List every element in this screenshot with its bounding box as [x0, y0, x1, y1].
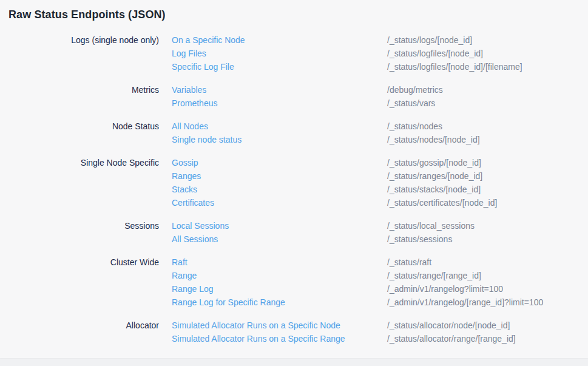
endpoint-link[interactable]: Single node status — [172, 133, 374, 146]
endpoint-link[interactable]: All Sessions — [172, 232, 374, 246]
group-category-label: Sessions — [8, 219, 159, 246]
endpoint-link[interactable]: Simulated Allocator Runs on a Specific R… — [172, 332, 374, 345]
endpoint-links-column: VariablesPrometheus — [159, 83, 374, 110]
endpoint-link[interactable]: Range Log — [172, 282, 374, 296]
endpoint-path: /_status/gossip/[node_id] — [387, 156, 588, 169]
debug-page: Raw Status Endpoints (JSON) Logs (single… — [0, 0, 588, 366]
endpoint-link[interactable]: Raft — [172, 256, 374, 269]
endpoint-links-column: All NodesSingle node status — [159, 120, 374, 146]
endpoint-link[interactable]: Log Files — [172, 47, 374, 60]
endpoint-path: /_status/logfiles/[node_id]/[filename] — [387, 60, 588, 73]
endpoint-path: /_status/logs/[node_id] — [387, 33, 588, 47]
page-title: Raw Status Endpoints (JSON) — [8, 8, 588, 22]
endpoint-path: /_status/sessions — [387, 232, 588, 246]
endpoint-link[interactable]: Ranges — [172, 169, 374, 183]
endpoint-path: /_status/certificates/[node_id] — [387, 196, 588, 209]
endpoint-paths-column: /_status/raft/_status/range/[range_id]/_… — [374, 256, 588, 309]
endpoint-link[interactable]: Local Sessions — [172, 219, 374, 232]
endpoint-path: /_admin/v1/rangelog/[range_id]?limit=100 — [387, 296, 588, 309]
endpoint-path: /_status/nodes — [387, 120, 588, 133]
endpoint-link[interactable]: Stacks — [172, 183, 374, 196]
endpoint-path: /_status/nodes/[node_id] — [387, 133, 588, 146]
endpoint-group: Logs (single node only)On a Specific Nod… — [8, 33, 588, 73]
endpoint-paths-column: /_status/allocator/node/[node_id]/_statu… — [374, 319, 588, 345]
endpoint-link[interactable]: Simulated Allocator Runs on a Specific N… — [172, 319, 374, 332]
endpoint-groups: Logs (single node only)On a Specific Nod… — [8, 33, 588, 345]
endpoint-paths-column: /_status/gossip/[node_id]/_status/ranges… — [374, 156, 588, 209]
group-category-label: Allocator — [8, 319, 159, 345]
endpoint-link[interactable]: Certificates — [172, 196, 374, 209]
endpoint-path: /_status/vars — [387, 97, 588, 110]
endpoint-link[interactable]: All Nodes — [172, 120, 374, 133]
endpoint-path: /_status/stacks/[node_id] — [387, 183, 588, 196]
endpoint-group: Cluster WideRaftRangeRange LogRange Log … — [8, 256, 588, 309]
group-category-label: Single Node Specific — [8, 156, 159, 209]
endpoint-link[interactable]: Variables — [172, 83, 374, 97]
endpoint-group: SessionsLocal SessionsAll Sessions/_stat… — [8, 219, 588, 246]
group-category-label: Cluster Wide — [8, 256, 159, 309]
endpoint-path: /_status/allocator/range/[range_id] — [387, 332, 588, 345]
endpoint-path: /_status/local_sessions — [387, 219, 588, 232]
group-category-label: Metrics — [8, 83, 159, 110]
endpoint-paths-column: /_status/nodes/_status/nodes/[node_id] — [374, 120, 588, 146]
endpoint-path: /_status/allocator/node/[node_id] — [387, 319, 588, 332]
endpoint-group: Node StatusAll NodesSingle node status/_… — [8, 120, 588, 146]
endpoint-paths-column: /_status/local_sessions/_status/sessions — [374, 219, 588, 246]
endpoint-link[interactable]: Range — [172, 269, 374, 282]
endpoint-path: /_status/raft — [387, 256, 588, 269]
endpoint-path: /_status/ranges/[node_id] — [387, 169, 588, 183]
endpoint-links-column: On a Specific NodeLog FilesSpecific Log … — [159, 33, 374, 73]
endpoint-link[interactable]: Range Log for Specific Range — [172, 296, 374, 309]
endpoint-paths-column: /debug/metrics/_status/vars — [374, 83, 588, 110]
endpoint-link[interactable]: Prometheus — [172, 97, 374, 110]
group-category-label: Logs (single node only) — [8, 33, 159, 73]
endpoint-path: /_status/logfiles/[node_id] — [387, 47, 588, 60]
endpoint-path: /_status/range/[range_id] — [387, 269, 588, 282]
endpoint-paths-column: /_status/logs/[node_id]/_status/logfiles… — [374, 33, 588, 73]
endpoint-group: AllocatorSimulated Allocator Runs on a S… — [8, 319, 588, 345]
endpoint-links-column: RaftRangeRange LogRange Log for Specific… — [159, 256, 374, 309]
endpoint-links-column: Simulated Allocator Runs on a Specific N… — [159, 319, 374, 345]
endpoints-panel: Raw Status Endpoints (JSON) Logs (single… — [0, 0, 588, 358]
endpoint-link[interactable]: Specific Log File — [172, 60, 374, 73]
endpoint-link[interactable]: Gossip — [172, 156, 374, 169]
endpoint-links-column: Local SessionsAll Sessions — [159, 219, 374, 246]
endpoint-links-column: GossipRangesStacksCertificates — [159, 156, 374, 209]
endpoint-path: /_admin/v1/rangelog?limit=100 — [387, 282, 588, 296]
group-category-label: Node Status — [8, 120, 159, 146]
endpoint-group: Single Node SpecificGossipRangesStacksCe… — [8, 156, 588, 209]
endpoint-path: /debug/metrics — [387, 83, 588, 97]
endpoint-link[interactable]: On a Specific Node — [172, 33, 374, 47]
endpoint-group: MetricsVariablesPrometheus/debug/metrics… — [8, 83, 588, 110]
